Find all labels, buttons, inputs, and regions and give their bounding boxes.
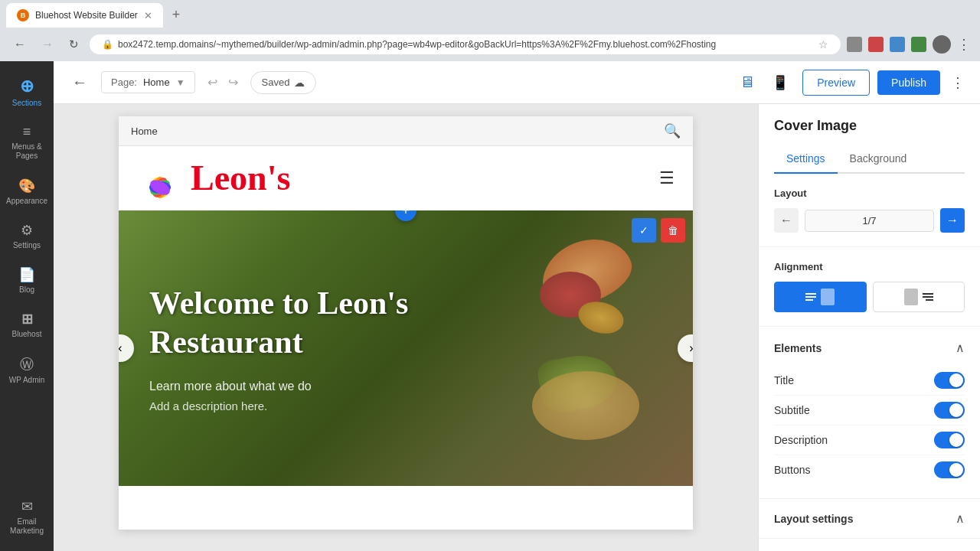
address-bar: ← → ↻ 🔒 box2472.temp.domains/~mythemed/b… <box>0 28 980 61</box>
blog-icon: 📄 <box>18 266 35 283</box>
layout-settings-section[interactable]: Layout settings ∧ <box>759 499 980 539</box>
tab-close-icon[interactable]: ✕ <box>144 10 152 21</box>
browser-chrome: B Bluehost Website Builder ✕ + <box>0 0 980 28</box>
bookmark-icon[interactable]: ☆ <box>818 38 828 51</box>
undo-button[interactable]: ↩ <box>203 72 222 93</box>
delete-button[interactable]: 🗑 <box>661 218 685 243</box>
appearance-icon: 🎨 <box>18 178 35 194</box>
tab-favicon: B <box>17 9 29 21</box>
content-area: Home 🔍 <box>54 104 980 551</box>
ext-icon-1[interactable] <box>847 37 862 52</box>
sections-icon: ⊕ <box>20 77 34 96</box>
browser-tab[interactable]: B Bluehost Website Builder ✕ <box>6 3 163 28</box>
sidebar-item-blog[interactable]: 📄 Blog <box>2 259 52 302</box>
element-title-label: Title <box>774 374 794 386</box>
dropdown-icon: ▼ <box>176 77 185 88</box>
add-section-button[interactable]: + <box>395 210 416 221</box>
ext-icon-2[interactable] <box>868 37 884 52</box>
element-row-buttons: Buttons <box>774 455 965 484</box>
wpadmin-icon: Ⓦ <box>20 355 34 373</box>
element-row-description: Description <box>774 425 965 455</box>
hero-description: Add a description here. <box>149 399 662 412</box>
layout-prev-button[interactable]: ← <box>774 208 799 233</box>
align-right-button[interactable] <box>873 282 965 312</box>
check-button[interactable]: ✓ <box>632 218 656 243</box>
search-icon[interactable]: 🔍 <box>664 122 681 139</box>
hamburger-icon[interactable]: ☰ <box>659 168 675 188</box>
layout-settings-label: Layout settings <box>774 513 853 525</box>
logo-area: Leon's <box>137 155 290 201</box>
ext-icon-3[interactable] <box>890 37 905 52</box>
back-nav-button[interactable]: ← <box>9 34 31 54</box>
hero-section[interactable]: Welcome to Leon's Restaurant Learn more … <box>119 210 693 486</box>
element-buttons-label: Buttons <box>774 464 810 476</box>
menus-icon: ≡ <box>23 124 31 140</box>
page-name: Home <box>143 77 170 88</box>
redo-button[interactable]: ↪ <box>224 72 243 93</box>
back-button[interactable]: ← <box>66 70 93 94</box>
ext-icon-4[interactable] <box>911 37 926 52</box>
tab-background[interactable]: Background <box>838 145 920 174</box>
address-input-container[interactable]: 🔒 box2472.temp.domains/~mythemed/builder… <box>90 34 841 54</box>
toolbar: ← Page: Home ▼ ↩ ↪ Saved ☁ 🖥 📱 Preview P… <box>54 61 980 104</box>
align-left-button[interactable] <box>774 282 867 312</box>
title-toggle[interactable] <box>934 372 965 389</box>
forward-nav-button[interactable]: → <box>37 34 58 54</box>
layout-value-display: 1/7 <box>805 210 934 232</box>
element-row-subtitle: Subtitle <box>774 396 965 425</box>
appearance-label: Appearance <box>6 197 47 205</box>
refresh-nav-button[interactable]: ↻ <box>64 34 83 54</box>
menus-label: Menus & Pages <box>6 142 47 161</box>
logo-icon <box>137 155 183 201</box>
device-buttons: 🖥 📱 <box>733 70 795 94</box>
publish-button[interactable]: Publish <box>877 70 940 95</box>
layout-next-button[interactable]: → <box>940 208 965 233</box>
add-section-bar: + <box>395 210 416 221</box>
elements-header: Elements ∧ <box>774 341 965 355</box>
hero-subtitle: Learn more about what we do <box>149 380 662 393</box>
sidebar-item-settings[interactable]: ⚙ Settings <box>2 214 52 257</box>
menu-icon[interactable]: ⋮ <box>957 36 971 53</box>
history-buttons: ↩ ↪ <box>203 72 243 93</box>
sidebar-item-bluehost[interactable]: ⊞ Bluehost <box>2 303 52 346</box>
more-options-button[interactable]: ⋮ <box>948 71 968 94</box>
preview-button[interactable]: Preview <box>802 70 870 96</box>
align-left-icon <box>805 289 835 305</box>
elements-collapse-button[interactable]: ∧ <box>956 341 965 355</box>
desktop-view-button[interactable]: 🖥 <box>733 70 761 94</box>
sidebar-item-sections[interactable]: ⊕ Sections <box>2 69 52 115</box>
blog-label: Blog <box>19 285 34 294</box>
align-right-icon <box>904 289 933 305</box>
breadcrumb-bar: Home 🔍 <box>119 116 693 146</box>
description-toggle[interactable] <box>934 432 965 448</box>
profile-icon[interactable] <box>933 35 951 54</box>
tab-background-label: Background <box>850 152 907 165</box>
email-icon: ✉ <box>21 498 33 515</box>
page-label: Page: <box>111 77 137 88</box>
hero-title: Welcome to Leon's Restaurant <box>149 284 440 361</box>
main-column: ← Page: Home ▼ ↩ ↪ Saved ☁ 🖥 📱 Preview P… <box>54 61 980 551</box>
tab-settings[interactable]: Settings <box>774 145 838 174</box>
new-tab-button[interactable]: + <box>166 5 187 24</box>
page-selector[interactable]: Page: Home ▼ <box>101 71 195 93</box>
layout-settings-collapse-button[interactable]: ∧ <box>956 511 965 526</box>
sidebar-item-appearance[interactable]: 🎨 Appearance <box>2 170 52 213</box>
mobile-view-button[interactable]: 📱 <box>766 70 795 94</box>
sections-label: Sections <box>12 99 41 107</box>
hero-content: Welcome to Leon's Restaurant Learn more … <box>119 210 693 486</box>
panel-tabs: Settings Background <box>774 145 965 174</box>
layout-section: Layout ← 1/7 → <box>759 174 980 247</box>
email-label: Email Marketing <box>6 517 47 536</box>
hero-action-buttons: ✓ 🗑 <box>632 218 685 243</box>
sidebar-item-menus[interactable]: ≡ Menus & Pages <box>2 116 52 168</box>
element-row-title: Title <box>774 366 965 396</box>
sidebar-item-email[interactable]: ✉ Email Marketing <box>2 491 52 543</box>
subtitle-toggle[interactable] <box>934 402 965 419</box>
saved-button[interactable]: Saved ☁ <box>250 71 317 94</box>
app-area: ⊕ Sections ≡ Menus & Pages 🎨 Appearance … <box>0 61 980 551</box>
alignment-section: Alignment <box>759 247 980 327</box>
alignment-buttons <box>774 282 965 312</box>
panel-title: Cover Image <box>774 118 965 134</box>
buttons-toggle[interactable] <box>934 461 965 478</box>
sidebar-item-wpadmin[interactable]: Ⓦ WP Admin <box>2 347 52 392</box>
